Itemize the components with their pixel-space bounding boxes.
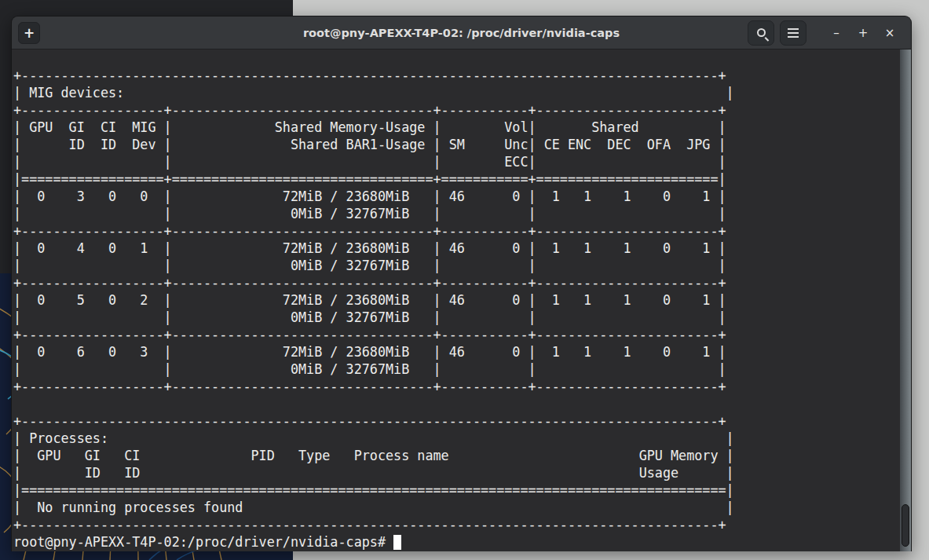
text-cursor (393, 535, 401, 550)
menu-button[interactable] (780, 20, 806, 46)
search-icon (757, 28, 766, 37)
hamburger-menu-icon (788, 32, 799, 34)
maximize-button[interactable]: + (850, 20, 876, 46)
terminal-output-area[interactable]: +---------------------------------------… (12, 49, 900, 551)
new-tab-button[interactable]: + (18, 22, 40, 44)
nvidia-smi-output: +---------------------------------------… (12, 49, 900, 533)
terminal-window: + root@pny-APEXX-T4P-02: /proc/driver/nv… (11, 16, 912, 551)
window-controls: – + × (823, 20, 903, 46)
titlebar[interactable]: + root@pny-APEXX-T4P-02: /proc/driver/nv… (12, 16, 911, 49)
scrollbar-thumb[interactable] (902, 504, 909, 547)
search-button[interactable] (748, 20, 774, 46)
minimize-button[interactable]: – (823, 20, 850, 46)
close-button[interactable]: × (876, 20, 903, 46)
shell-prompt: root@pny-APEXX-T4P-02:/proc/driver/nvidi… (13, 533, 393, 551)
shell-prompt-line[interactable]: root@pny-APEXX-T4P-02:/proc/driver/nvidi… (12, 533, 900, 551)
window-title: root@pny-APEXX-T4P-02: /proc/driver/nvid… (303, 27, 620, 39)
terminal-scrollbar[interactable] (900, 49, 911, 551)
